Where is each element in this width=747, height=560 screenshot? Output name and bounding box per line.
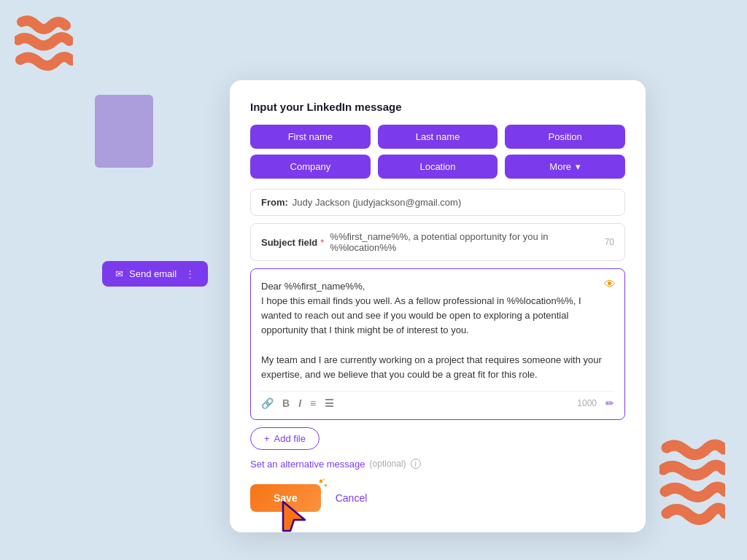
last-name-button[interactable]: Last name <box>378 125 498 149</box>
subject-field: Subject field * %%first_name%%, a potent… <box>250 223 625 261</box>
more-button[interactable]: More ▾ <box>505 155 625 179</box>
svg-point-2 <box>323 478 325 480</box>
cancel-button[interactable]: Cancel <box>336 492 368 504</box>
subject-label: Subject field <box>261 237 317 248</box>
eye-icon[interactable]: 👁 <box>604 278 616 291</box>
subject-char-count: 70 <box>605 237 614 247</box>
add-file-button[interactable]: + Add file <box>250 427 320 450</box>
from-label: From: <box>261 197 288 208</box>
alt-message-row: Set an alternative message (optional) i <box>250 459 625 470</box>
variable-buttons-row2: Company Location More ▾ <box>250 155 625 179</box>
bold-icon[interactable]: B <box>282 397 290 409</box>
decorative-waves-bottom-right <box>659 433 725 531</box>
from-value: Judy Jackson (judyjackson@gmail.com) <box>293 197 461 208</box>
purple-background-rect <box>95 95 153 168</box>
message-toolbar: 🔗 B I ≡ ☰ 1000 ✏ <box>261 391 614 409</box>
from-field: From: Judy Jackson (judyjackson@gmail.co… <box>250 189 625 216</box>
modal-title: Input your LinkedIn message <box>250 101 625 113</box>
message-char-count: 1000 <box>577 398 597 408</box>
variable-buttons-row1: First name Last name Position <box>250 125 625 149</box>
email-icon: ✉ <box>115 268 123 279</box>
svg-point-0 <box>319 480 322 483</box>
company-button[interactable]: Company <box>250 155 371 179</box>
add-file-label: Add file <box>274 433 306 444</box>
plus-icon: + <box>264 433 270 444</box>
decorative-waves-top-left <box>15 15 73 105</box>
unordered-list-icon[interactable]: ☰ <box>325 397 334 409</box>
subject-required: * <box>320 237 324 248</box>
alt-message-optional: (optional) <box>370 459 406 469</box>
send-email-button[interactable]: ✉ Send email ⋮ <box>102 261 208 287</box>
position-button[interactable]: Position <box>505 125 625 149</box>
chevron-down-icon: ▾ <box>576 161 581 172</box>
linkedin-message-modal: Input your LinkedIn message First name L… <box>230 80 646 532</box>
svg-point-1 <box>325 484 327 486</box>
save-button[interactable]: Save <box>250 484 321 512</box>
action-row: Save Cancel <box>250 484 625 512</box>
save-button-wrapper: Save <box>250 484 321 512</box>
subject-value: %%first_name%%, a potential opportunity … <box>330 231 604 253</box>
first-name-button[interactable]: First name <box>250 125 371 149</box>
message-text: Dear %%first_name%%, I hope this email f… <box>261 279 614 382</box>
info-icon[interactable]: i <box>411 459 421 469</box>
italic-icon[interactable]: I <box>298 397 301 409</box>
more-label: More <box>549 161 571 172</box>
location-button[interactable]: Location <box>378 155 498 179</box>
message-box[interactable]: 👁 Dear %%first_name%%, I hope this email… <box>250 268 625 420</box>
send-email-label: Send email <box>129 268 177 279</box>
alt-message-label[interactable]: Set an alternative message <box>250 459 365 470</box>
more-options-icon: ⋮ <box>185 268 195 279</box>
link-icon[interactable]: 🔗 <box>261 397 274 409</box>
ordered-list-icon[interactable]: ≡ <box>310 397 316 409</box>
edit-icon[interactable]: ✏ <box>605 397 614 409</box>
